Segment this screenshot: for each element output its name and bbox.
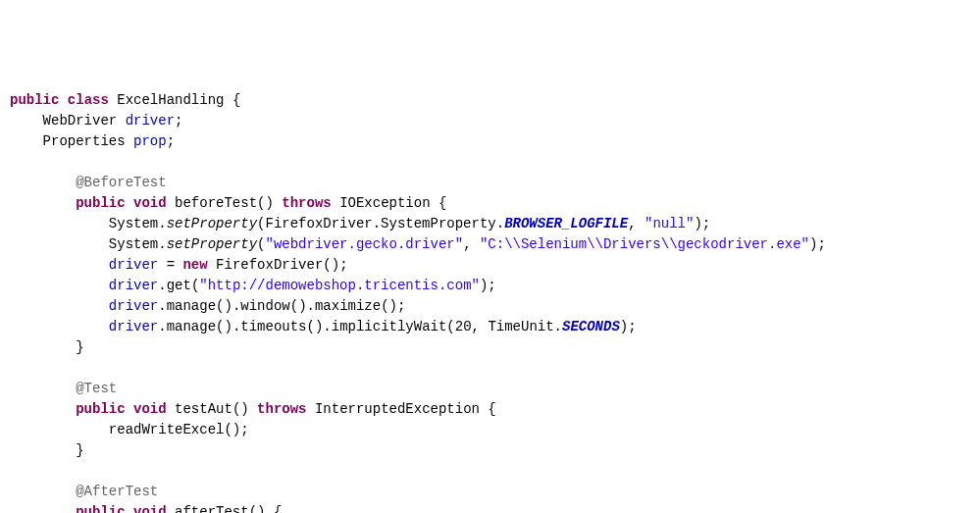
type-interruptedexception: InterruptedException bbox=[315, 401, 480, 417]
class-name: ExcelHandling bbox=[117, 92, 224, 108]
semicolon: ; bbox=[339, 257, 347, 273]
identifier-timeunit: TimeUnit bbox=[488, 319, 553, 334]
semicolon: ; bbox=[397, 298, 405, 314]
keyword-void: void bbox=[133, 401, 167, 417]
keyword-throws: throws bbox=[257, 401, 306, 417]
rp: ) bbox=[240, 401, 248, 417]
annotation-after-test: @AfterTest bbox=[76, 484, 158, 499]
lp: ( bbox=[290, 298, 298, 314]
string-null: "null" bbox=[645, 216, 694, 231]
dot: . bbox=[307, 298, 315, 314]
method-setproperty: setProperty bbox=[167, 216, 257, 231]
keyword-new: new bbox=[182, 257, 207, 273]
brace-open: { bbox=[274, 504, 282, 513]
dot: . bbox=[158, 216, 166, 231]
rp: ) bbox=[389, 298, 397, 314]
dot: . bbox=[158, 319, 166, 334]
type-properties: Properties bbox=[43, 133, 126, 149]
type-webdriver: WebDriver bbox=[43, 113, 118, 128]
rp: ) bbox=[694, 216, 701, 231]
keyword-class: class bbox=[68, 92, 109, 108]
number-20: 20 bbox=[455, 319, 472, 334]
dot: . bbox=[496, 216, 504, 231]
field-driver: driver bbox=[109, 319, 158, 334]
semicolon: ; bbox=[175, 113, 182, 128]
field-prop: prop bbox=[133, 133, 167, 149]
keyword-throws: throws bbox=[282, 195, 331, 211]
field-driver: driver bbox=[109, 257, 158, 273]
eq: = bbox=[167, 257, 175, 273]
method-implicitlywait: implicitlyWait bbox=[332, 319, 447, 334]
field-driver: driver bbox=[109, 278, 158, 293]
dot: . bbox=[554, 319, 562, 334]
semicolon: ; bbox=[240, 422, 248, 437]
identifier-firefoxdriver: FirefoxDriver bbox=[216, 257, 323, 273]
rp: ) bbox=[232, 422, 240, 437]
semicolon: ; bbox=[817, 236, 825, 252]
lp: ( bbox=[307, 319, 315, 334]
static-field-seconds: SECONDS bbox=[562, 319, 620, 334]
comma: , bbox=[472, 319, 480, 334]
semicolon: ; bbox=[167, 133, 175, 149]
method-window: window bbox=[240, 298, 289, 314]
keyword-public: public bbox=[76, 401, 125, 417]
field-driver: driver bbox=[109, 298, 158, 314]
rp: ) bbox=[224, 319, 232, 334]
string-url: "http://demowebshop.tricentis.com" bbox=[199, 278, 480, 293]
method-beforetest: beforeTest bbox=[175, 195, 257, 211]
lp: ( bbox=[249, 504, 257, 513]
rp: ) bbox=[265, 195, 273, 211]
keyword-public: public bbox=[76, 195, 125, 211]
comma: , bbox=[628, 216, 636, 231]
brace-close: } bbox=[76, 339, 83, 355]
lp: ( bbox=[446, 319, 454, 334]
rp: ) bbox=[620, 319, 628, 334]
semicolon: ; bbox=[628, 319, 636, 334]
method-manage: manage bbox=[167, 319, 216, 334]
string-gecko-path: "C:\\Selenium\\Drivers\\geckodriver.exe" bbox=[480, 236, 809, 252]
method-readwriteexcel: readWriteExcel bbox=[109, 422, 225, 437]
method-aftertest: afterTest bbox=[175, 504, 249, 513]
rp: ) bbox=[298, 298, 306, 314]
static-field-browser-logfile: BROWSER_LOGFILE bbox=[504, 216, 628, 231]
annotation-before-test: @BeforeTest bbox=[76, 175, 166, 190]
identifier-firefoxdriver: FirefoxDriver bbox=[265, 216, 372, 231]
identifier-systemproperty: SystemProperty bbox=[381, 216, 496, 231]
dot: . bbox=[158, 298, 166, 314]
brace-close: } bbox=[76, 442, 83, 458]
keyword-void: void bbox=[133, 195, 167, 211]
brace-open: { bbox=[488, 401, 495, 417]
method-get: get bbox=[167, 278, 191, 293]
keyword-public: public bbox=[10, 92, 59, 108]
semicolon: ; bbox=[488, 278, 495, 293]
lp: ( bbox=[381, 298, 388, 314]
dot: . bbox=[158, 278, 166, 293]
keyword-public: public bbox=[76, 504, 125, 513]
dot: . bbox=[323, 319, 331, 334]
lp: ( bbox=[323, 257, 331, 273]
method-timeouts: timeouts bbox=[240, 319, 306, 334]
method-setproperty: setProperty bbox=[167, 236, 257, 252]
semicolon: ; bbox=[702, 216, 710, 231]
identifier-system: System bbox=[109, 216, 158, 231]
lp: ( bbox=[224, 422, 232, 437]
comma: , bbox=[463, 236, 471, 252]
method-manage: manage bbox=[167, 298, 216, 314]
brace-open: { bbox=[232, 92, 240, 108]
method-testaut: testAut bbox=[175, 401, 232, 417]
rp: ) bbox=[332, 257, 339, 273]
keyword-void: void bbox=[133, 504, 167, 513]
code-block: public class ExcelHandling { WebDriver d… bbox=[10, 90, 970, 513]
rp: ) bbox=[224, 298, 232, 314]
identifier-system: System bbox=[109, 236, 158, 252]
method-maximize: maximize bbox=[315, 298, 381, 314]
annotation-test: @Test bbox=[76, 381, 117, 396]
field-driver: driver bbox=[126, 113, 175, 128]
type-ioexception: IOException bbox=[339, 195, 430, 211]
dot: . bbox=[373, 216, 381, 231]
string-gecko-prop: "webdriver.gecko.driver" bbox=[265, 236, 463, 252]
brace-open: { bbox=[438, 195, 446, 211]
rp: ) bbox=[257, 504, 265, 513]
dot: . bbox=[158, 236, 166, 252]
